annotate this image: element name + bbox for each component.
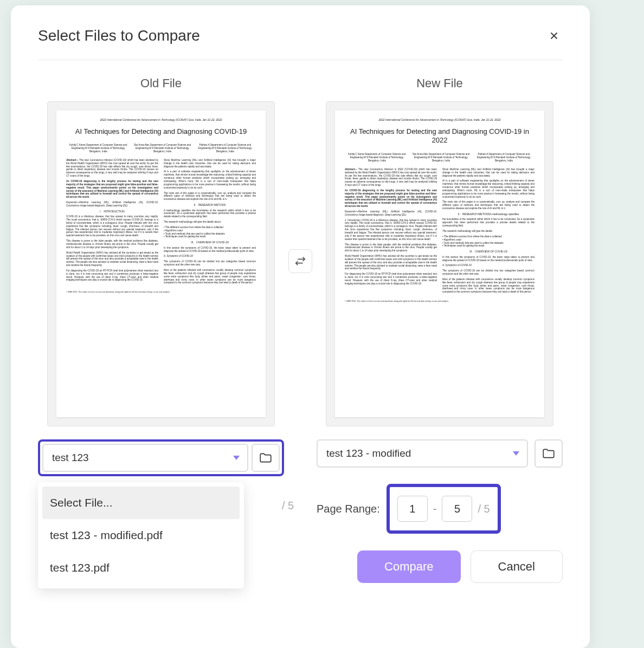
modal-header: Select Files to Compare: [38, 27, 563, 60]
author: Pathavi A Department of Computer Science…: [473, 153, 534, 163]
new-file-preview: 2022 International Conference for Advanc…: [326, 101, 553, 426]
swap-icon: [294, 255, 306, 267]
author: Sisi Anna Alex Department of Computer Sc…: [409, 153, 473, 163]
new-page-range-row: Page Range: - / 5: [317, 484, 563, 534]
cancel-button[interactable]: Cancel: [471, 550, 563, 583]
old-file-selector-row: test 123: [38, 439, 284, 476]
page-range-label: Page Range:: [317, 503, 380, 515]
old-file-panel: Old File 2022 International Conference f…: [38, 76, 284, 534]
old-file-preview: 2022 International Conference for Advanc…: [47, 101, 275, 426]
page-to-input[interactable]: [442, 496, 472, 522]
chevron-down-icon: [513, 451, 519, 456]
dropdown-placeholder[interactable]: Select File...: [42, 487, 240, 519]
old-total-pages: / 5: [282, 500, 294, 512]
new-doc-page: 2022 International Conference for Advanc…: [335, 111, 544, 417]
dropdown-item[interactable]: test 123.pdf: [42, 552, 240, 584]
folder-icon: [542, 446, 556, 461]
close-icon: [548, 30, 560, 42]
old-file-select-value: test 123: [52, 452, 89, 464]
old-file-title: Old File: [140, 76, 182, 90]
new-file-title: New File: [416, 76, 463, 90]
author: Sisi Anna Alex Department of Computer Sc…: [131, 144, 195, 153]
modal-title: Select Files to Compare: [38, 27, 200, 44]
compare-button[interactable]: Compare: [357, 550, 460, 583]
swap-files-button[interactable]: [288, 249, 312, 273]
conf-line: 2022 International Conference for Advanc…: [345, 118, 534, 122]
conf-line: 2022 International Conference for Advanc…: [66, 118, 256, 122]
authors: Kshitij C Karne Department of Computer S…: [345, 153, 534, 163]
old-doc-page: 2022 International Conference for Advanc…: [56, 111, 266, 417]
old-file-select[interactable]: test 123: [42, 444, 248, 472]
doc-title: AI Techniques for Detecting and Diagnosi…: [345, 127, 534, 146]
new-file-panel: New File 2022 International Conference f…: [317, 76, 563, 534]
close-button[interactable]: [545, 27, 563, 44]
doc-body: Abstract— The new Coronavirus infection …: [66, 159, 256, 287]
old-file-browse-button[interactable]: [252, 444, 280, 472]
new-file-browse-button[interactable]: [534, 439, 563, 468]
author: Kshitij C Karne Department of Computer S…: [345, 153, 409, 163]
action-buttons: Compare Cancel: [357, 550, 563, 583]
compare-modal: Select Files to Compare Old File 2022 In…: [11, 5, 590, 648]
new-file-select-value: test 123 - modified: [326, 448, 411, 459]
page-range-highlight: - / 5: [387, 484, 501, 534]
old-file-selector-highlight: test 123: [38, 439, 284, 476]
panels: Old File 2022 International Conference f…: [38, 76, 563, 534]
doc-body: Abstract— The new Coronavirus infection …: [345, 168, 534, 296]
doc-title: AI Techniques for Detecting and Diagnosi…: [66, 127, 256, 137]
chevron-down-icon: [233, 456, 240, 460]
authors: Kshitij C Karne Department of Computer S…: [66, 144, 256, 153]
file-dropdown: Select File... test 123 - modified.pdf t…: [38, 482, 244, 588]
new-file-select[interactable]: test 123 - modified: [317, 439, 528, 468]
author: Pathavi A Department of Computer Science…: [195, 144, 256, 153]
dash: -: [433, 503, 437, 515]
author: Kshitij C Karne Department of Computer S…: [66, 144, 131, 153]
folder-icon: [259, 451, 273, 465]
page-from-input[interactable]: [397, 496, 428, 522]
new-file-selector-row: test 123 - modified: [317, 439, 563, 468]
total-pages: / 5: [478, 503, 490, 515]
dropdown-item[interactable]: test 123 - modified.pdf: [42, 519, 240, 552]
